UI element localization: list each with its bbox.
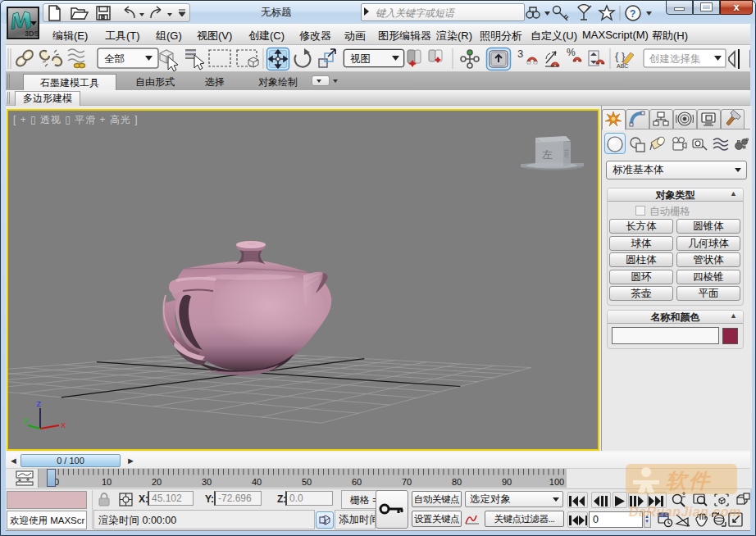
- svg-text:3DS: 3DS: [25, 30, 38, 38]
- svg-text:左: 左: [542, 148, 553, 161]
- svg-text:3: 3: [517, 48, 523, 60]
- svg-text:全部: 全部: [104, 53, 125, 65]
- svg-text:y: y: [23, 416, 29, 425]
- svg-text:?: ?: [630, 8, 635, 20]
- svg-text:视图: 视图: [350, 53, 371, 65]
- svg-text:%: %: [567, 47, 576, 58]
- svg-text:x: x: [61, 420, 66, 430]
- svg-text:z: z: [36, 399, 42, 409]
- svg-text:创建选择集: 创建选择集: [649, 53, 701, 65]
- svg-text:ABC: ABC: [617, 63, 628, 69]
- svg-text:前: 前: [564, 148, 569, 159]
